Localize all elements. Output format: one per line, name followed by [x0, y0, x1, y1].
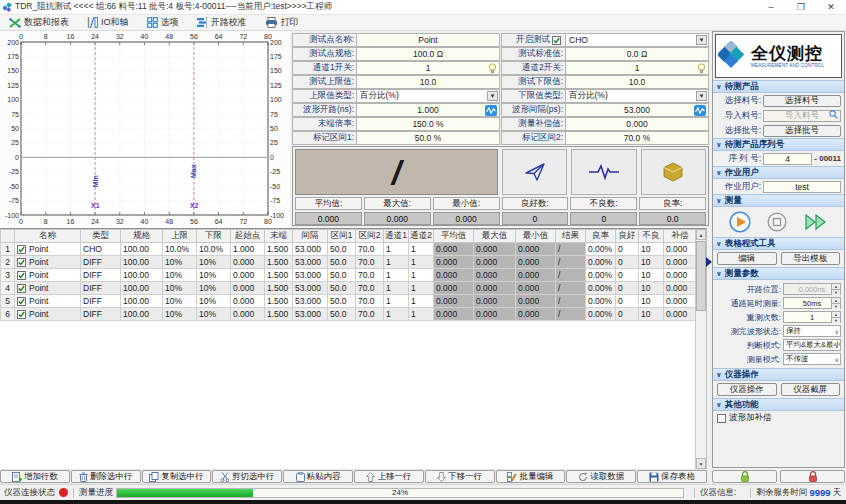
select-lot-number-button[interactable]: 选择批号 [763, 125, 841, 137]
form-field[interactable]: 百分比(%)▼ [356, 89, 500, 103]
table-row[interactable]: 2PointDIFF100.0010%10%0.0001.50053.00050… [1, 256, 697, 269]
toolbar-button-3[interactable]: 开路校准 [188, 15, 256, 31]
section-header-1[interactable]: ∨待测产品序列号 [713, 138, 844, 151]
column-header-5[interactable]: 起始点 [231, 230, 265, 243]
table-tool-button-8[interactable]: 读取数据 [566, 470, 636, 483]
skip-measure-button[interactable] [804, 213, 828, 231]
column-header-16[interactable]: 良率 [586, 230, 616, 243]
column-header-10[interactable]: 通道1 [384, 230, 409, 243]
toolbar-button-2[interactable]: 选项 [138, 15, 188, 31]
form-field[interactable]: 100.0 Ω [356, 47, 500, 61]
start-measure-button[interactable] [729, 211, 751, 233]
toolbar-button-1[interactable]: IO和轴 [78, 15, 138, 31]
column-header-17[interactable]: 良好 [616, 230, 639, 243]
instrument-operate-button[interactable]: 仪器操作 [717, 383, 777, 396]
column-header-14[interactable]: 最小值 [516, 230, 556, 243]
import-part-number-input[interactable]: 导入料号 [763, 110, 841, 122]
form-field[interactable]: 10.0 [565, 75, 709, 89]
form-field[interactable]: 0.000 [565, 117, 709, 131]
table-row[interactable]: 3PointDIFF100.0010%10%0.0001.50053.00050… [1, 269, 697, 282]
section-header-0[interactable]: ∨待测产品 [713, 80, 844, 93]
form-field[interactable]: CHO▼ [565, 33, 709, 47]
column-header-12[interactable]: 平均值 [434, 230, 474, 243]
export-template-button[interactable]: 导出模板 [781, 252, 841, 265]
select-part-number-button[interactable]: 选择料号 [763, 95, 841, 107]
column-header-0[interactable]: 名称 [15, 230, 81, 243]
section-header-3[interactable]: ∨测量 [713, 194, 844, 207]
form-field[interactable]: 百分比(%)▼ [565, 89, 709, 103]
maximize-button[interactable]: ❐ [786, 0, 816, 15]
section-header-4[interactable]: ∨表格程式工具 [713, 237, 844, 250]
section-header-6[interactable]: ∨仪器操作 [713, 368, 844, 381]
section-header-5[interactable]: ∨测量参数 [713, 267, 844, 280]
judge-mode-select[interactable]: 平均&最大&最小∨ [783, 339, 841, 351]
section-header-7[interactable]: ∨其他功能 [713, 398, 844, 411]
table-row[interactable]: 6PointDIFF100.0010%10%0.0001.50053.00050… [1, 308, 697, 321]
scroll-up-icon[interactable]: ▲ [696, 229, 706, 240]
table-tool-button-7[interactable]: 批量编辑 [496, 470, 566, 483]
measure-mode-select[interactable]: 不传波∨ [783, 353, 841, 365]
form-field[interactable]: Point [356, 33, 500, 47]
form-field[interactable]: 70.0 % [565, 131, 709, 145]
send-report-button[interactable] [502, 149, 567, 195]
path-delay-spinner[interactable]: 50ms▲▼ [783, 297, 841, 309]
table-tool-button-5[interactable]: 上移一行 [354, 470, 424, 483]
row-checkbox[interactable] [17, 297, 26, 306]
search-icon[interactable] [829, 110, 838, 121]
serial-number-input[interactable]: 4 [763, 153, 812, 165]
table-tool-button-2[interactable]: 复制选中行 [142, 470, 212, 483]
instrument-screenshot-button[interactable]: 仪器截屏 [781, 383, 841, 396]
column-header-15[interactable]: 结果 [556, 230, 586, 243]
form-field[interactable]: 1.000 [356, 103, 500, 117]
column-header-9[interactable]: 区间2 [356, 230, 384, 243]
column-header-1[interactable]: 类型 [81, 230, 121, 243]
form-field[interactable]: 50.0 % [356, 131, 500, 145]
edit-program-button[interactable]: 编辑 [717, 252, 777, 265]
chevron-down-icon[interactable]: ▼ [487, 91, 498, 101]
column-header-7[interactable]: 间隔 [293, 230, 328, 243]
chevron-down-icon[interactable]: ▼ [696, 91, 707, 101]
column-header-6[interactable]: 末端 [265, 230, 293, 243]
impedance-chart[interactable]: 0088161624243232404048485656646472728080… [0, 31, 290, 228]
form-field[interactable]: 150.0 % [356, 117, 500, 131]
enable-test-checkbox[interactable] [552, 36, 561, 45]
waveform-compensation-checkbox[interactable] [717, 414, 726, 423]
column-header-2[interactable]: 规格 [121, 230, 163, 243]
operator-user-input[interactable]: test [763, 181, 841, 193]
column-header-18[interactable]: 不良 [639, 230, 664, 243]
retest-count-spinner[interactable]: 1▲▼ [783, 311, 841, 323]
toolbar-button-0[interactable]: 数据和报表 [0, 15, 78, 31]
row-checkbox[interactable] [17, 271, 26, 280]
scroll-down-icon[interactable]: ▼ [696, 458, 706, 469]
table-tool-button-4[interactable]: 粘贴内容 [283, 470, 353, 483]
row-checkbox[interactable] [17, 245, 26, 254]
spinner-arrows[interactable]: ▲▼ [831, 298, 840, 308]
product-3d-button[interactable] [641, 149, 706, 195]
row-checkbox[interactable] [17, 258, 26, 267]
column-header-8[interactable]: 区间1 [328, 230, 356, 243]
column-header-11[interactable]: 通道2 [409, 230, 434, 243]
table-row[interactable]: 4PointDIFF100.0010%10%0.0001.50053.00050… [1, 282, 697, 295]
row-checkbox[interactable] [17, 284, 26, 293]
table-tool-button-0[interactable]: 增加行数 [0, 470, 70, 483]
lock-button[interactable] [780, 470, 845, 483]
table-tool-button-9[interactable]: 保存表格 [637, 470, 707, 483]
waveform-state-select[interactable]: 保持∨ [783, 325, 841, 337]
spinner-arrows[interactable]: ▲▼ [831, 312, 840, 322]
form-field[interactable]: 1 [565, 61, 709, 75]
column-header-13[interactable]: 最大值 [474, 230, 516, 243]
column-header-3[interactable]: 上限 [163, 230, 197, 243]
table-tool-button-1[interactable]: 删除选中行 [71, 470, 141, 483]
scroll-thumb[interactable] [696, 241, 706, 311]
table-row[interactable]: 5PointDIFF100.0010%10%0.0001.50053.00050… [1, 295, 697, 308]
spinner-arrows[interactable]: ▲▼ [831, 284, 840, 294]
form-field[interactable]: 53.000 [565, 103, 709, 117]
close-button[interactable]: ✕ [816, 0, 846, 15]
form-field[interactable]: 0.0 Ω [565, 47, 709, 61]
table-row[interactable]: 1PointCHO100.0010.0%10.0%1.0001.50053.00… [1, 243, 697, 256]
chevron-down-icon[interactable]: ▼ [696, 35, 707, 45]
section-header-2[interactable]: ∨作业用户 [713, 166, 844, 179]
table-tool-button-6[interactable]: 下移一行 [425, 470, 495, 483]
waveform-view-button[interactable] [571, 149, 636, 195]
open-position-spinner[interactable]: 0.000ns▲▼ [783, 283, 841, 295]
